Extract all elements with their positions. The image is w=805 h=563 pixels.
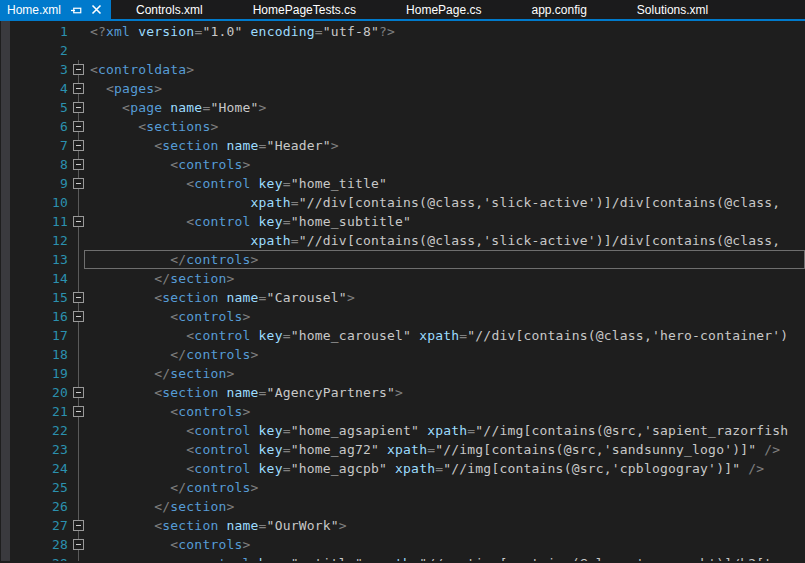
tab-home-xml[interactable]: Home.xml <box>0 0 111 19</box>
code-line: 23 <control key="home_ag72" xpath="//img… <box>10 440 805 459</box>
code-text[interactable]: <section name="Carousel"> <box>90 288 805 307</box>
code-text[interactable]: <controldata> <box>90 60 805 79</box>
fold-margin <box>68 383 90 402</box>
fold-collapse-icon[interactable] <box>73 121 84 132</box>
tab-controls-xml[interactable]: Controls.xml <box>111 0 228 19</box>
fold-guide-line <box>78 478 79 497</box>
fold-collapse-icon[interactable] <box>73 102 84 113</box>
line-number[interactable]: 13 <box>10 250 68 269</box>
fold-collapse-icon[interactable] <box>73 64 84 75</box>
line-number[interactable]: 25 <box>10 478 68 497</box>
fold-collapse-icon[interactable] <box>73 292 84 303</box>
fold-collapse-icon[interactable] <box>73 387 84 398</box>
line-number[interactable]: 3 <box>10 60 68 79</box>
line-number[interactable]: 23 <box>10 440 68 459</box>
line-number[interactable]: 18 <box>10 345 68 364</box>
line-number[interactable]: 24 <box>10 459 68 478</box>
editor[interactable]: 1<?xml version="1.0" encoding="utf-8"?>2… <box>0 21 805 561</box>
breakpoint-margin[interactable] <box>1 21 10 561</box>
code-line: 12 xpath="//div[contains(@class,'slick-a… <box>10 231 805 250</box>
line-number[interactable]: 15 <box>10 288 68 307</box>
code-text[interactable]: <controls> <box>90 307 805 326</box>
tab-bar: Home.xml Controls.xmlHomePageTests.csHom… <box>0 0 805 21</box>
line-number[interactable]: 27 <box>10 516 68 535</box>
code-text[interactable]: <control key="home_title" <box>90 174 805 193</box>
code-text[interactable]: <?xml version="1.0" encoding="utf-8"?> <box>90 22 805 41</box>
fold-margin <box>68 250 90 269</box>
fold-collapse-icon[interactable] <box>73 140 84 151</box>
line-number[interactable]: 10 <box>10 193 68 212</box>
line-number[interactable]: 20 <box>10 383 68 402</box>
fold-guide-line <box>78 193 79 212</box>
line-number[interactable]: 8 <box>10 155 68 174</box>
code-text[interactable]: <controls> <box>90 155 805 174</box>
close-icon[interactable] <box>90 3 103 16</box>
fold-collapse-icon[interactable] <box>73 520 84 531</box>
code-line: 16 <controls> <box>10 307 805 326</box>
line-number[interactable]: 26 <box>10 497 68 516</box>
line-number[interactable]: 17 <box>10 326 68 345</box>
line-number[interactable]: 11 <box>10 212 68 231</box>
code-text[interactable]: <controls> <box>90 402 805 421</box>
line-number[interactable]: 28 <box>10 535 68 554</box>
pin-icon[interactable] <box>69 3 82 16</box>
fold-margin <box>68 79 90 98</box>
code-text[interactable]: <controls> <box>90 535 805 554</box>
code-text[interactable]: </section> <box>90 497 805 516</box>
fold-collapse-icon[interactable] <box>73 539 84 550</box>
tab-solutions-xml[interactable]: Solutions.xml <box>612 0 733 19</box>
code-text[interactable]: <control key="home_ag72" xpath="//img[co… <box>90 440 805 459</box>
code-text[interactable] <box>90 41 805 60</box>
code-text[interactable]: <control key="home_carousel" xpath="//di… <box>90 326 805 345</box>
fold-collapse-icon[interactable] <box>73 311 84 322</box>
code-text[interactable]: </section> <box>90 269 805 288</box>
line-number[interactable]: 21 <box>10 402 68 421</box>
code-text[interactable]: <control key="home_agcpb" xpath="//img[c… <box>90 459 805 478</box>
fold-margin <box>68 117 90 136</box>
fold-collapse-icon[interactable] <box>73 406 84 417</box>
fold-margin <box>68 307 90 326</box>
tab-homepagetests-cs[interactable]: HomePageTests.cs <box>228 0 381 19</box>
code-text[interactable]: </controls> <box>90 250 805 269</box>
line-number[interactable]: 12 <box>10 231 68 250</box>
code-line: 27 <section name="OurWork"> <box>10 516 805 535</box>
code-text[interactable]: <sections> <box>90 117 805 136</box>
code-text[interactable]: </section> <box>90 364 805 383</box>
code-text[interactable]: <control key="owtitle" xpath="//section[… <box>90 554 805 561</box>
code-text[interactable]: <section name="OurWork"> <box>90 516 805 535</box>
fold-collapse-icon[interactable] <box>73 216 84 227</box>
code-text[interactable]: xpath="//div[contains(@class,'slick-acti… <box>90 193 805 212</box>
line-number[interactable]: 14 <box>10 269 68 288</box>
code-line: 11 <control key="home_subtitle" <box>10 212 805 231</box>
fold-collapse-icon[interactable] <box>73 178 84 189</box>
fold-guide-line <box>78 326 79 345</box>
tab-app-config[interactable]: app.config <box>506 0 611 19</box>
line-number[interactable]: 5 <box>10 98 68 117</box>
code-text[interactable]: <section name="AgencyPartners"> <box>90 383 805 402</box>
code-text[interactable]: <pages> <box>90 79 805 98</box>
code-text[interactable]: <page name="Home"> <box>90 98 805 117</box>
line-number[interactable]: 2 <box>10 41 68 60</box>
line-number[interactable]: 6 <box>10 117 68 136</box>
line-number[interactable]: 9 <box>10 174 68 193</box>
code-text[interactable]: </controls> <box>90 478 805 497</box>
line-number[interactable]: 4 <box>10 79 68 98</box>
line-number[interactable]: 1 <box>10 22 68 41</box>
line-number[interactable]: 16 <box>10 307 68 326</box>
fold-collapse-icon[interactable] <box>73 83 84 94</box>
line-number[interactable]: 19 <box>10 364 68 383</box>
fold-collapse-icon[interactable] <box>73 159 84 170</box>
line-number[interactable]: 7 <box>10 136 68 155</box>
fold-margin <box>68 516 90 535</box>
code-text[interactable]: xpath="//div[contains(@class,'slick-acti… <box>90 231 805 250</box>
fold-margin <box>68 421 90 440</box>
fold-margin <box>68 345 90 364</box>
code-text[interactable]: <control key="home_agsapient" xpath="//i… <box>90 421 805 440</box>
code-text[interactable]: </controls> <box>90 345 805 364</box>
code-text[interactable]: <control key="home_subtitle" <box>90 212 805 231</box>
line-number[interactable]: 22 <box>10 421 68 440</box>
fold-margin <box>68 174 90 193</box>
tab-homepage-cs[interactable]: HomePage.cs <box>381 0 506 19</box>
code-text[interactable]: <section name="Header"> <box>90 136 805 155</box>
line-number[interactable]: 29 <box>10 554 68 561</box>
